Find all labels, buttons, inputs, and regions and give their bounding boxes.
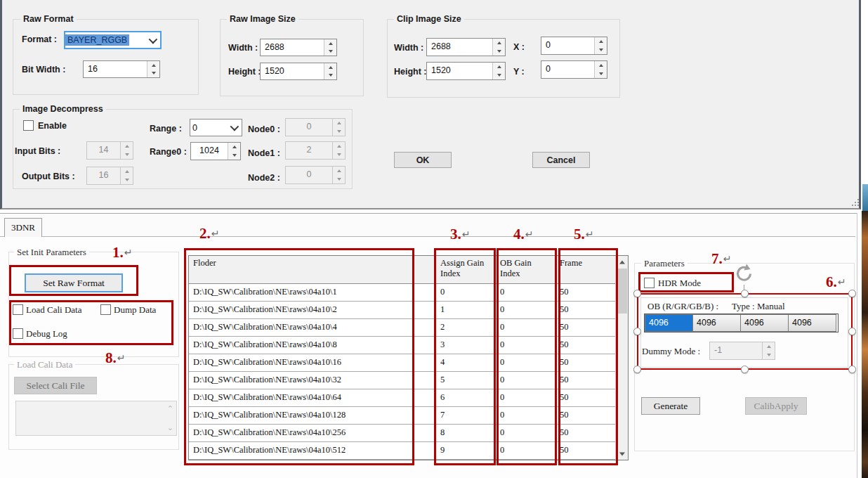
format-label: Format :: [22, 34, 57, 44]
spinner-up-icon[interactable]: [121, 142, 133, 150]
selection-handle[interactable]: [741, 290, 749, 297]
spinner-down-icon[interactable]: [228, 151, 240, 160]
parameters-title: Parameters: [641, 258, 688, 269]
spinner-down-icon[interactable]: [147, 70, 159, 78]
spinner-up-icon[interactable]: [324, 39, 336, 48]
annotation-box-4: [497, 248, 557, 465]
annotation-number-5: 5.↵: [574, 226, 593, 243]
spinner-up-icon[interactable]: [324, 63, 336, 72]
annotation-box-3: [434, 248, 496, 465]
spinner-down-icon[interactable]: [333, 175, 345, 183]
return-arrow-icon: ↵: [124, 247, 133, 258]
return-arrow-icon: ↵: [723, 253, 732, 264]
clip-image-size-title: Clip Image Size: [394, 14, 464, 24]
spinner-up-icon[interactable]: [121, 167, 133, 176]
clip-width-label: Width :: [394, 43, 423, 53]
load-cali-data-group-title: Load Cali Data: [14, 359, 75, 370]
raw-width-spinner[interactable]: 2688: [260, 39, 337, 56]
output-bits-spinner[interactable]: 16: [86, 167, 133, 185]
node2-spinner[interactable]: 0: [285, 166, 346, 184]
clip-y-spinner[interactable]: 0: [541, 60, 607, 79]
annotation-number-8: 8.↵: [105, 349, 125, 367]
background-photo-strip: [862, 211, 868, 478]
ok-button[interactable]: OK: [394, 152, 452, 168]
spinner-down-icon[interactable]: [595, 46, 607, 54]
selection-handle[interactable]: [741, 366, 749, 373]
select-cali-file-button[interactable]: Select Cali File: [14, 377, 97, 394]
spinner-up-icon[interactable]: [333, 167, 345, 175]
node0-label: Node0 :: [248, 124, 280, 134]
spinner-down-icon[interactable]: [324, 48, 336, 56]
spinner-down-icon[interactable]: [121, 150, 133, 159]
clip-height-label: Height :: [394, 67, 427, 77]
raw-height-spinner[interactable]: 1520: [260, 63, 337, 80]
selection-handle[interactable]: [633, 366, 641, 373]
raw-format-group-title: Raw Format: [20, 14, 77, 24]
clip-height-spinner[interactable]: 1520: [426, 62, 506, 80]
range-combobox[interactable]: 0: [190, 119, 242, 136]
selection-handle[interactable]: [848, 328, 856, 335]
spinner-down-icon[interactable]: [333, 127, 345, 136]
spinner-up-icon[interactable]: [333, 119, 345, 127]
spinner-down-icon[interactable]: [493, 71, 505, 79]
raw-image-size-title: Raw Image Size: [227, 14, 298, 24]
input-bits-spinner[interactable]: 14: [86, 141, 133, 160]
spinner-up-icon[interactable]: [147, 61, 159, 70]
enable-checkbox[interactable]: [23, 120, 34, 131]
return-arrow-icon: ↵: [838, 276, 846, 288]
generate-button[interactable]: Generate: [641, 397, 700, 415]
scroll-up-icon[interactable]: ⌃: [167, 404, 173, 413]
range0-spinner[interactable]: 1024: [190, 142, 241, 160]
annotation-number-4: 4.↵: [513, 226, 533, 243]
clip-x-spinner[interactable]: 0: [541, 37, 607, 55]
selection-handle[interactable]: [848, 366, 856, 373]
enable-label: Enable: [38, 121, 67, 131]
cali-file-listbox[interactable]: ⌃ ⌄: [15, 401, 177, 436]
spinner-up-icon[interactable]: [493, 39, 505, 47]
clip-width-spinner[interactable]: 2688: [426, 38, 506, 56]
bit-width-label: Bit Width :: [22, 65, 65, 75]
spinner-up-icon[interactable]: [333, 142, 345, 150]
node0-spinner[interactable]: 0: [285, 118, 346, 136]
rotate-handle-icon[interactable]: [733, 263, 754, 284]
format-combobox[interactable]: BAYER_RGGB: [64, 31, 162, 49]
cancel-button[interactable]: Cancel: [532, 152, 590, 168]
chevron-down-icon[interactable]: [230, 122, 239, 131]
spinner-down-icon[interactable]: [324, 72, 336, 80]
annotation-number-6: 6.↵: [826, 273, 846, 291]
selection-handle[interactable]: [848, 290, 856, 297]
selection-handle[interactable]: [633, 328, 641, 335]
spinner-up-icon[interactable]: [228, 143, 240, 151]
resize-grip[interactable]: [849, 198, 859, 206]
scrollbar-thumb[interactable]: [617, 269, 627, 314]
return-arrow-icon: ↵: [586, 228, 594, 240]
format-value: BAYER_RGGB: [65, 34, 129, 46]
tab-3dnr[interactable]: 3DNR: [4, 218, 42, 237]
spinner-up-icon[interactable]: [595, 61, 607, 70]
raw-format-dialog: Raw Format Format : BAYER_RGGB Bit Width…: [0, 0, 861, 209]
node2-label: Node2 :: [248, 173, 280, 183]
calib-apply-button[interactable]: CalibApply: [745, 397, 807, 415]
selection-handle[interactable]: [633, 290, 641, 297]
annotation-number-1: 1.↵: [112, 244, 132, 261]
annotation-number-2: 2.↵: [199, 225, 219, 243]
chevron-down-icon[interactable]: [149, 34, 158, 44]
return-arrow-icon: ↵: [211, 228, 220, 239]
annotation-box-1: [9, 265, 138, 296]
range-label: Range :: [150, 124, 182, 134]
spinner-down-icon[interactable]: [333, 150, 345, 159]
annotation-box-7: [638, 272, 734, 292]
spinner-up-icon[interactable]: [595, 37, 607, 46]
scroll-down-icon[interactable]: ⌄: [167, 423, 173, 432]
raw-image-size-group: [220, 19, 364, 96]
node1-spinner[interactable]: 2: [285, 141, 346, 160]
image-decompress-title: Image Decompress: [20, 104, 106, 114]
bit-width-spinner[interactable]: 16: [83, 60, 160, 78]
return-arrow-icon: ↵: [462, 228, 471, 240]
annotation-box-2: [184, 248, 414, 465]
spinner-down-icon[interactable]: [121, 176, 133, 184]
spinner-up-icon[interactable]: [493, 63, 505, 71]
annotation-box-5: [558, 248, 618, 465]
spinner-down-icon[interactable]: [493, 47, 505, 56]
spinner-down-icon[interactable]: [595, 70, 607, 78]
